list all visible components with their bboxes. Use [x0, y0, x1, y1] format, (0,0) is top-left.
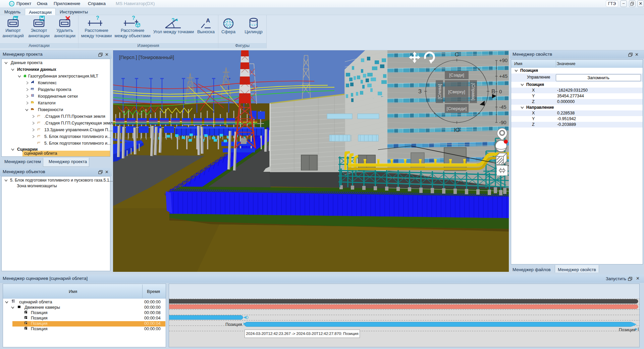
svg-text:[Сзади]: [Сзади] — [449, 72, 464, 78]
svg-text:1: 1 — [31, 94, 32, 96]
svg-text:-90: -90 — [499, 119, 506, 125]
svg-text:?: ? — [96, 16, 99, 21]
svg-text:A: A — [206, 18, 210, 24]
svg-text:?: ? — [132, 16, 135, 21]
svg-text:З: З — [418, 88, 422, 95]
svg-text:Позиция: Позиция — [225, 322, 242, 327]
svg-text:[Персп.] [Тонированный]: [Персп.] [Тонированный] — [119, 55, 174, 60]
svg-text:[Спереди]: [Спереди] — [447, 106, 467, 111]
svg-text:[Сверху]: [Сверху] — [448, 89, 465, 94]
svg-text:В: В — [491, 88, 495, 95]
svg-text:-45: -45 — [499, 104, 506, 110]
svg-text:[Слева]: [Слева] — [437, 84, 442, 99]
svg-text:+90: +90 — [499, 57, 507, 63]
svg-text:0: 0 — [499, 89, 502, 94]
svg-text:Ю: Ю — [454, 127, 460, 133]
svg-text:[Справа]: [Справа] — [471, 83, 476, 100]
svg-text:Позиция: Позиция — [619, 328, 635, 332]
svg-text:CL: CL — [10, 3, 13, 5]
svg-text:С: С — [455, 51, 459, 58]
svg-text:А: А — [31, 96, 33, 97]
svg-text:+45: +45 — [499, 73, 507, 79]
